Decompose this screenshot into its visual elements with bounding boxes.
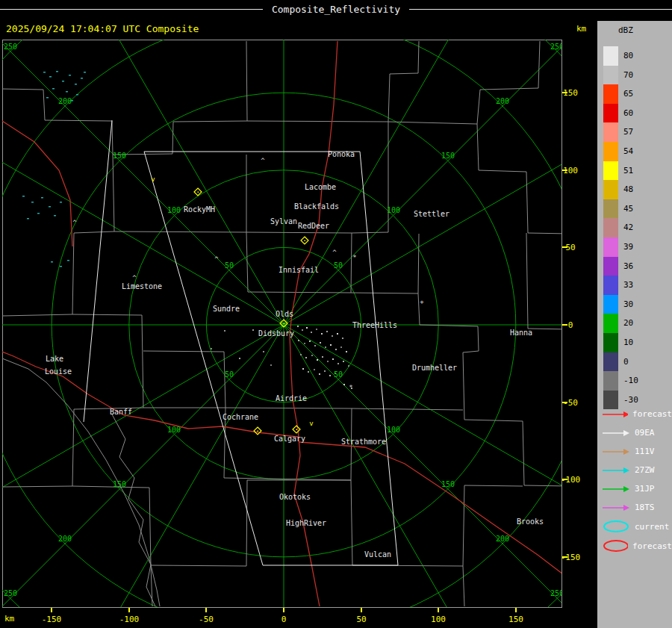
clutter-dot [51,261,53,263]
ring-label-50: 50 [225,261,234,270]
ring-label-250: 250 [4,589,17,597]
colorbar-entry: 30 [603,295,638,314]
town-marker: ^ [332,249,337,256]
city-label-okotoks: Okotoks [279,493,311,501]
echo-dot [319,373,320,375]
bottom-axis-tick-label: 100 [431,615,446,624]
colorbar-value: 33 [623,276,633,295]
ring-label-150: 150 [441,480,455,488]
clutter-dot [69,75,71,76]
colorbar-entry: 54 [603,142,638,161]
city-label-olds: Olds [276,310,293,318]
county-boundary [477,124,569,234]
colorbar-entry: 33 [603,276,638,295]
clutter-dot [60,266,62,267]
clutter-dot [49,206,51,208]
echo-dot [239,358,240,359]
clutter-dot [67,260,69,261]
colorbar-title: dBZ [618,25,633,35]
city-label-rockymh: RockyMH [184,205,215,214]
echo-dot [335,349,337,350]
arrow-head [623,411,628,417]
echo-dot [211,348,212,349]
radar-site-dot [296,429,298,431]
colorbar-value: 48 [623,180,633,199]
echo-dot [326,331,328,332]
colorbar-swatch [603,199,618,219]
right-axis-unit-label: km [576,24,586,34]
track-legend-label: 31JP [635,484,655,494]
track-legend-label: 18TS [635,503,655,512]
colorbar-swatch [603,352,618,372]
clutter-dot [56,71,58,72]
right-axis-tick-label: 150 [563,88,578,98]
city-label-drumheller: Drumheller [412,364,457,372]
arrow-head [623,430,629,436]
colorbar-value: 30 [623,295,633,314]
city-label-highriver: HighRiver [286,519,326,527]
bottom-axis-tick-label: 150 [508,615,523,624]
colorbar-swatch [603,161,618,181]
bottom-axis-unit-label: km [4,614,14,624]
clutter-dot [49,76,52,78]
colorbar-swatch [603,295,618,314]
ring-label-100: 100 [387,206,400,214]
clutter-dot [62,81,64,82]
city-label-hanna: Hanna [510,329,532,337]
echo-dot [300,354,302,355]
ring-label-200: 200 [496,535,509,543]
colorbar-entry: 70 [603,66,638,85]
colorbar-swatch [603,218,618,237]
ring-label-250: 250 [4,43,17,51]
colorbar-value: 0 [623,352,629,372]
echo-dot [337,333,338,335]
colorbar-value: 36 [623,257,633,276]
right-axis-tick-label: 50 [565,243,575,252]
colorbar-entry: 20 [603,314,638,333]
ring-label-150: 150 [441,152,455,160]
echo-dot [314,345,316,346]
colorbar-swatch [603,142,618,161]
echo-dot [297,326,299,327]
echo-dot [320,342,321,343]
clutter-dot [37,213,40,214]
radar-coverage-outline [84,120,112,422]
track-legend-label: 111V [635,447,655,456]
clutter-dot [46,97,49,99]
colorbar-swatch [603,237,618,257]
right-axis-tick-label: 100 [563,166,578,175]
highway-line [2,352,298,437]
echo-dot [327,361,329,362]
colorbar-swatch [603,84,618,104]
colorbar-value: 51 [623,161,633,181]
echo-dot [298,340,299,341]
echo-dot [332,358,334,360]
city-label-blackfalds: Blackfalds [294,202,339,211]
clutter-dot [66,91,68,93]
track-arrow-icon [602,410,628,419]
colorbar-value: 10 [623,333,633,352]
echo-dot [309,341,311,342]
app-window: Composite_Reflectivity 2025/09/24 17:04:… [0,0,672,628]
echo-dot [270,364,272,366]
track-legend-row: forecast [602,405,672,423]
colorbar-value: 20 [623,314,633,333]
radial-line-120 [75,0,284,325]
county-boundary [388,41,540,124]
right-axis-tick-label: -150 [561,553,581,562]
radar-site-dot [305,240,306,242]
echo-dot [321,333,323,335]
colorbar-value: 65 [623,84,633,104]
clutter-dot [54,215,56,217]
colorbar-swatch [603,257,618,276]
town-marker: ^ [72,219,77,226]
county-boundary [72,480,247,566]
city-label-calgary: Calgary [274,435,305,443]
colorbar-entry: 0 [603,352,638,372]
clutter-dot [81,78,83,79]
colorbar-swatch [603,104,618,123]
city-label-limestone: Limestone [122,282,162,290]
county-boundary [114,231,246,232]
radar-site-dot [198,192,199,193]
highway-line [299,442,569,579]
